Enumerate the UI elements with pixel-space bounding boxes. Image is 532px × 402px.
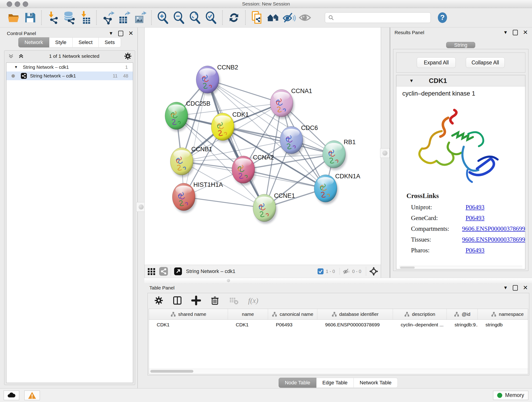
open-in-new-window-icon[interactable] (174, 267, 182, 276)
tab-edge-table[interactable]: Edge Table (317, 378, 354, 388)
import-network-file-button[interactable] (45, 10, 61, 26)
crosslink-link[interactable]: P06493 (466, 215, 485, 222)
table-cell[interactable]: CDK1 (228, 322, 268, 327)
network-row-selected[interactable]: String Network – cdk1 11 48 (6, 71, 133, 80)
table-horizontal-scrollbar[interactable] (149, 369, 528, 374)
cloud-button[interactable] (4, 390, 19, 400)
search-input[interactable] (334, 15, 428, 21)
expand-all-icon[interactable] (18, 53, 25, 60)
tab-style[interactable]: Style (49, 37, 73, 47)
memory-button[interactable]: Memory (493, 391, 528, 400)
network-edge[interactable] (208, 80, 264, 208)
create-column-plus-icon[interactable] (191, 296, 201, 305)
table-cell[interactable]: P06493 (268, 322, 317, 327)
save-session-button[interactable] (22, 10, 38, 26)
panel-close-icon[interactable]: ✕ (523, 284, 528, 291)
show-all-networks-button[interactable] (265, 10, 281, 26)
table-cell[interactable]: cyclin–dependent ... (393, 322, 447, 327)
collapse-all-icon[interactable] (7, 53, 14, 60)
table-splitter-grip[interactable] (227, 279, 230, 282)
panel-menu-icon[interactable]: ▼ (109, 31, 113, 36)
pan-crosshair-icon[interactable] (369, 267, 379, 276)
network-node-CDK1[interactable]: CDK1 (211, 111, 249, 143)
warnings-button[interactable] (24, 390, 40, 400)
table-cell[interactable]: stringdb (478, 322, 528, 327)
table-splitter[interactable] (144, 278, 532, 283)
tab-network-table[interactable]: Network Table (354, 378, 398, 388)
table-cell[interactable]: 9606.ENSP00000378699 (317, 322, 393, 327)
tab-node-table[interactable]: Node Table (279, 378, 317, 388)
left-splitter[interactable] (138, 27, 145, 388)
column-header-@id[interactable]: @id (447, 309, 478, 319)
import-network-database-button[interactable] (61, 10, 77, 26)
open-session-button[interactable] (6, 10, 22, 26)
tab-network[interactable]: Network (18, 37, 49, 47)
zoom-in-button[interactable] (155, 10, 171, 26)
column-header-name[interactable]: name (228, 309, 268, 319)
network-node-RB1[interactable]: RB1 (323, 139, 356, 170)
table-cell[interactable]: CDK1 (149, 322, 228, 327)
network-badge-icon[interactable] (159, 267, 168, 276)
protein-card-header[interactable]: ▼ CDK1 (396, 75, 525, 86)
hide-unhide-button[interactable] (281, 10, 297, 26)
column-header-shared-name[interactable]: shared name (149, 309, 228, 319)
results-horizontal-scrollbar[interactable] (399, 266, 522, 269)
collapse-all-button[interactable]: Collapse All (466, 57, 505, 68)
right-splitter[interactable] (381, 27, 390, 278)
delete-column-trash-icon[interactable] (210, 296, 220, 305)
network-node-CCNB1[interactable]: CCNB1 (170, 146, 212, 177)
select-columns-icon[interactable] (172, 296, 182, 305)
tab-string[interactable]: String (446, 42, 475, 48)
network-node-HIST1H1A[interactable]: HIST1H1A (172, 181, 223, 213)
expand-all-button[interactable]: Expand All (417, 57, 456, 68)
export-image-button[interactable] (132, 10, 148, 26)
copy-style-button[interactable] (249, 10, 265, 26)
birdseye-grid-icon[interactable] (147, 267, 156, 276)
network-node-CCNA1[interactable]: CCNA1 (270, 88, 312, 119)
crosslink-link[interactable]: 9606.ENSP00000378699 (462, 236, 525, 243)
network-canvas[interactable]: CCNB2CCNA1CDC25BCDK1CDC6RB1CCNB1CCNA2CDK… (144, 27, 381, 265)
tree-expander-icon[interactable]: ▼ (14, 65, 18, 69)
panel-float-icon[interactable] (513, 30, 518, 35)
zoom-out-button[interactable] (171, 10, 187, 26)
table-options-gear-icon[interactable] (154, 296, 163, 305)
help-button[interactable]: ? (434, 10, 450, 26)
selected-checkbox-icon[interactable] (317, 268, 324, 275)
network-node-CCNB2[interactable]: CCNB2 (196, 64, 238, 95)
panel-menu-icon[interactable]: ▼ (503, 285, 508, 290)
tab-sets[interactable]: Sets (99, 37, 121, 47)
panel-menu-icon[interactable]: ▼ (503, 30, 508, 35)
network-node-CDKN1A[interactable]: CDKN1A (314, 173, 360, 204)
zoom-fit-button[interactable] (187, 10, 203, 26)
column-header-namespace[interactable]: namespace (478, 309, 528, 319)
panel-close-icon[interactable]: ✕ (523, 29, 528, 36)
network-node-CDC6[interactable]: CDC6 (280, 124, 318, 156)
network-collection-row[interactable]: ▼ String Network – cdk1 1 (6, 63, 133, 71)
column-header-database-identifier[interactable]: database identifier (317, 309, 393, 319)
collapse-triangle-icon[interactable]: ▼ (409, 78, 414, 83)
import-table-file-button[interactable] (77, 10, 93, 26)
show-graphics-details-button[interactable] (297, 10, 313, 26)
crosslink-link[interactable]: P06493 (466, 247, 485, 254)
column-header-canonical-name[interactable]: canonical name (268, 309, 317, 319)
crosslink-link[interactable]: P06493 (466, 204, 485, 211)
panel-float-icon[interactable] (118, 31, 123, 36)
right-splitter-grip[interactable] (380, 148, 390, 158)
table-row[interactable]: CDK1CDK1P064939606.ENSP00000378699cyclin… (149, 320, 528, 330)
network-node-CDC25B[interactable]: CDC25B (165, 100, 210, 132)
network-options-gear-icon[interactable] (124, 52, 132, 60)
column-header-description[interactable]: description (393, 309, 447, 319)
apply-layout-button[interactable] (226, 10, 242, 26)
tab-select[interactable]: Select (73, 37, 99, 47)
table-cell[interactable]: stringdb:9... (447, 322, 478, 327)
network-node-CCNA2[interactable]: CCNA2 (232, 154, 274, 185)
window-minimize-button[interactable] (15, 1, 20, 7)
crosslink-link[interactable]: 9606.ENSP00000378699 (462, 225, 525, 232)
window-close-button[interactable] (7, 1, 12, 7)
panel-float-icon[interactable] (513, 285, 518, 291)
search-field[interactable] (325, 12, 431, 23)
zoom-selected-button[interactable] (203, 10, 219, 26)
scrollbar-thumb[interactable] (150, 370, 193, 373)
panel-close-icon[interactable]: ✕ (128, 30, 133, 37)
export-network-button[interactable] (100, 10, 116, 26)
